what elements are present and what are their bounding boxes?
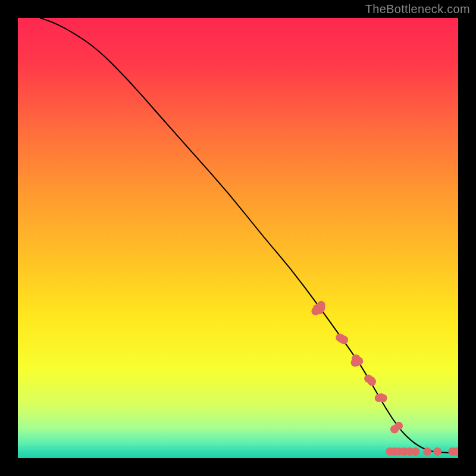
highlight-point — [352, 354, 360, 362]
highlight-point — [390, 425, 399, 434]
highlight-point — [336, 333, 344, 342]
highlight-point — [423, 447, 431, 456]
highlight-point — [364, 374, 372, 383]
highlight-point — [315, 306, 324, 314]
highlight-point — [433, 447, 441, 456]
chart-frame: TheBottleneck.com — [0, 0, 476, 476]
gradient-background — [18, 18, 458, 458]
highlight-point — [411, 447, 419, 456]
watermark-text: TheBottleneck.com — [365, 2, 470, 16]
highlight-point — [379, 394, 387, 402]
plot-area — [18, 18, 458, 458]
plot-svg — [18, 18, 458, 458]
